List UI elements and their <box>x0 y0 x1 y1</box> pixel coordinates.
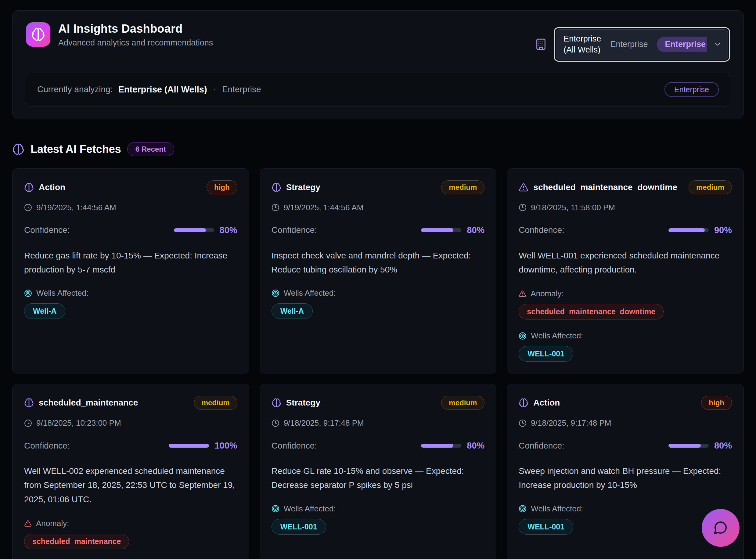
confidence-label: Confidence: <box>24 441 70 451</box>
confidence-bar <box>668 228 709 232</box>
card-title: Action <box>533 398 560 408</box>
wells-label: Wells Affected: <box>284 504 336 514</box>
wells-section: Wells Affected: WELL-001 <box>272 504 485 535</box>
card-title: Action <box>39 182 65 192</box>
well-selector-dropdown[interactable]: Enterprise (All Wells) Enterprise Enterp… <box>554 27 730 62</box>
insight-card: Action high 9/19/2025, 1:44:56 AM Confid… <box>12 169 249 374</box>
severity-badge: medium <box>441 180 484 194</box>
chat-fab-button[interactable] <box>702 509 739 547</box>
anomaly-label: Anomaly: <box>36 519 69 528</box>
timestamp: 9/18/2025, 10:23:00 PM <box>36 418 121 428</box>
target-icon <box>272 289 279 297</box>
wells-list: Well-A <box>272 303 485 319</box>
target-icon <box>519 505 527 513</box>
enterprise-badge: Enterprise <box>664 82 719 97</box>
chat-bubble-icon <box>713 520 728 536</box>
wells-section: Wells Affected: WELL-001 <box>519 331 732 362</box>
insight-card: Strategy medium 9/18/2025, 9:17:48 PM Co… <box>260 384 497 559</box>
anomaly-section: Anomaly: scheduled_maintenance <box>24 519 237 549</box>
well-tag: WELL-001 <box>519 346 573 362</box>
building-icon <box>535 38 547 50</box>
anomaly-label: Anomaly: <box>530 289 564 298</box>
well-tag: Well-A <box>272 303 313 319</box>
anomaly-tag: scheduled_maintenance_downtime <box>519 304 664 319</box>
separator-dot: · <box>213 85 216 94</box>
target-icon <box>24 289 32 297</box>
well-tag: Well-A <box>24 303 65 319</box>
confidence-bar <box>421 444 461 448</box>
wells-section: Wells Affected: Well-A <box>24 288 237 319</box>
page-title: AI Insights Dashboard <box>58 22 213 36</box>
wells-label: Wells Affected: <box>531 331 583 340</box>
card-description: Inspect check valve and mandrel depth — … <box>272 249 485 277</box>
confidence-bar <box>668 444 709 448</box>
timestamp: 9/19/2025, 1:44:56 AM <box>36 203 116 213</box>
card-description: Well WELL-001 experienced scheduled main… <box>519 249 732 277</box>
wells-list: Well-A <box>24 303 237 319</box>
alert-triangle-icon <box>519 290 526 297</box>
app-brain-icon <box>26 22 50 47</box>
timestamp: 9/18/2025, 9:17:48 PM <box>284 418 364 428</box>
clock-icon <box>24 419 32 427</box>
analyzing-target: Enterprise (All Wells) <box>118 85 207 95</box>
currently-analyzing-bar: Currently analyzing: Enterprise (All Wel… <box>26 73 730 107</box>
clock-icon <box>24 203 32 211</box>
clock-icon <box>519 419 527 427</box>
confidence-value: 100% <box>214 441 237 451</box>
severity-badge: medium <box>194 396 237 410</box>
anomaly-section: Anomaly: scheduled_maintenance_downtime <box>519 289 732 319</box>
confidence-label: Confidence: <box>24 225 70 235</box>
confidence-value: 80% <box>467 441 484 451</box>
page-subtitle: Advanced analytics and recommendations <box>58 38 213 48</box>
card-title: Strategy <box>286 398 320 408</box>
severity-badge: high <box>207 180 237 194</box>
alert-triangle-icon <box>519 182 528 192</box>
confidence-value: 80% <box>714 441 732 451</box>
insight-card: Strategy medium 9/19/2025, 1:44:56 AM Co… <box>260 169 497 374</box>
severity-badge: medium <box>441 396 484 410</box>
timestamp: 9/18/2025, 9:17:48 PM <box>531 418 611 428</box>
insight-card: scheduled_maintenance medium 9/18/2025, … <box>12 384 249 559</box>
selector-enterprise-badge: Enterprise <box>657 37 707 52</box>
confidence-value: 80% <box>467 225 484 235</box>
insight-cards-grid: Action high 9/19/2025, 1:44:56 AM Confid… <box>12 169 744 559</box>
card-description: Reduce gas lift rate by 10-15% — Expecte… <box>24 249 237 277</box>
wells-section: Wells Affected: Well-A <box>272 288 485 319</box>
timestamp: 9/19/2025, 1:44:56 AM <box>284 203 364 213</box>
confidence-label: Confidence: <box>272 441 317 451</box>
brain-icon <box>272 398 281 408</box>
well-tag: WELL-001 <box>519 519 573 535</box>
clock-icon <box>519 203 527 211</box>
section-title: Latest AI Fetches <box>30 143 121 156</box>
target-icon <box>519 332 527 340</box>
well-tag: WELL-001 <box>272 519 326 535</box>
confidence-bar <box>174 228 214 232</box>
confidence-label: Confidence: <box>519 441 564 451</box>
analyzing-label: Currently analyzing: <box>37 85 113 94</box>
card-description: Sweep injection and watch BH pressure — … <box>519 464 732 492</box>
card-description: Reduce GL rate 10-15% and observe — Expe… <box>272 464 485 492</box>
header-panel: AI Insights Dashboard Advanced analytics… <box>12 10 744 119</box>
wells-label: Wells Affected: <box>284 288 336 298</box>
confidence-value: 90% <box>714 225 732 235</box>
severity-badge: medium <box>689 180 732 194</box>
wells-label: Wells Affected: <box>531 504 583 514</box>
brain-icon <box>272 182 281 192</box>
chevron-down-icon <box>714 40 721 48</box>
brain-icon <box>24 398 34 408</box>
severity-badge: high <box>701 396 732 410</box>
confidence-label: Confidence: <box>519 225 564 235</box>
wells-list: WELL-001 <box>272 519 485 535</box>
selector-scope: Enterprise <box>610 40 648 49</box>
selector-current-value: Enterprise (All Wells) <box>564 33 601 55</box>
anomaly-tag: scheduled_maintenance <box>24 534 129 549</box>
latest-fetches-header: Latest AI Fetches 6 Recent <box>12 142 744 156</box>
timestamp: 9/18/2025, 11:58:00 PM <box>531 203 615 213</box>
wells-label: Wells Affected: <box>36 288 89 298</box>
alert-triangle-icon <box>24 520 32 527</box>
wells-section: Wells Affected: WELL-001 <box>519 504 732 535</box>
wells-list: WELL-001 <box>519 519 732 535</box>
clock-icon <box>272 419 279 427</box>
clock-icon <box>272 203 279 211</box>
brain-icon <box>24 182 34 192</box>
